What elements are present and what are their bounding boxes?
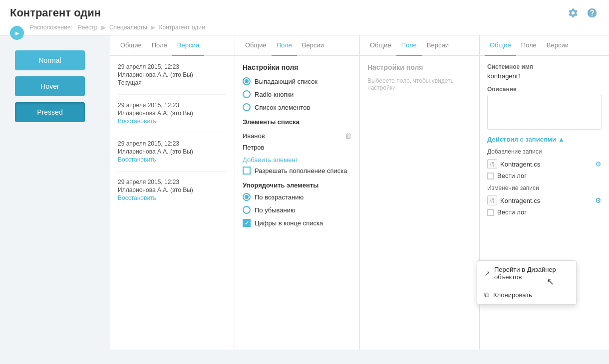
add-record-log-label: Вести лог — [497, 172, 527, 180]
panel-versions: Общие Поле Версии 29 апреля 2015, 12:23 … — [110, 35, 235, 350]
radio-radio-circle — [243, 90, 251, 98]
actions-chevron-icon: ▲ — [558, 136, 565, 143]
actions-title[interactable]: Действия с записями ▲ — [487, 136, 602, 143]
radio-dropdown[interactable]: Выпадающий список — [243, 77, 352, 85]
change-record-row: {/} Kontragent.cs ⚙ — [487, 195, 602, 205]
version-restore-3[interactable]: Восстановить — [118, 156, 227, 163]
change-record-code-icon: {/} — [487, 195, 497, 205]
add-record-gear-icon[interactable]: ⚙ — [595, 160, 602, 168]
tab-2-field[interactable]: Поле — [272, 35, 297, 56]
panel-4-content: Системное имя kontragent1 Описание Дейст… — [480, 56, 609, 350]
panel-2-content: Настройки поля Выпадающий список Radio-к… — [235, 56, 359, 350]
version-item-3: 29 апреля 2015, 12:23 Илларионова А.А. (… — [118, 140, 227, 163]
version-date-1: 29 апреля 2015, 12:23 — [118, 63, 227, 70]
checkbox-numbers-label: Цифры в конце списка — [255, 219, 323, 227]
change-record-log-label: Вести лог — [497, 208, 527, 216]
system-name-value: kontragent1 — [487, 72, 602, 80]
tab-1-versions[interactable]: Версии — [172, 35, 204, 56]
tab-1-field[interactable]: Поле — [147, 35, 172, 56]
radio-radio[interactable]: Radio-кнопки — [243, 90, 352, 98]
help-icon[interactable] — [585, 6, 599, 20]
dropdown-designer-label: Перейти в Дизайнер объектов — [494, 266, 569, 281]
version-divider-1 — [118, 94, 227, 95]
system-name-label: Системное имя — [487, 63, 602, 70]
version-restore-4[interactable]: Восстановить — [118, 194, 227, 201]
add-record-log-row: Вести лог — [487, 172, 602, 180]
panel-field: Общие Поле Версии Настройки поля Выпадаю… — [235, 35, 359, 350]
radio-dropdown-circle — [243, 77, 251, 85]
description-textarea[interactable] — [487, 95, 602, 130]
radio-sort-asc[interactable]: По возрастанию — [243, 193, 352, 201]
tab-bar-4: Общие Поле Версии — [480, 35, 609, 56]
delete-item-1-icon[interactable]: 🗑 — [345, 132, 352, 140]
tab-2-versions[interactable]: Версии — [297, 35, 329, 56]
version-status-1: Текущая — [118, 79, 227, 86]
tab-3-field[interactable]: Поле — [396, 35, 422, 56]
page-title: Контрагент один — [10, 6, 101, 19]
add-record-code-icon: {/} — [487, 159, 497, 169]
header-top: Контрагент один — [10, 6, 599, 24]
hover-button[interactable]: Hover — [15, 76, 85, 96]
add-record-script: Kontragent.cs — [500, 161, 592, 168]
version-item-4: 29 апреля 2015, 12:23 Илларионова А.А. (… — [118, 179, 227, 201]
add-record-log-checkbox[interactable] — [487, 173, 494, 180]
tab-1-general[interactable]: Общие — [115, 35, 147, 56]
radio-list-circle — [243, 103, 251, 111]
checkbox-numbers[interactable]: ✓ Цифры в конце списка — [243, 219, 352, 227]
radio-list[interactable]: Список элементов — [243, 103, 352, 111]
version-item-2: 29 апреля 2015, 12:23 Илларионова А.А. (… — [118, 102, 227, 125]
change-record-gear-icon[interactable]: ⚙ — [595, 196, 602, 204]
dropdown-arrow-icon: ↗ — [484, 269, 490, 277]
version-restore-2[interactable]: Восстановить — [118, 118, 227, 125]
normal-button[interactable]: Normal — [15, 50, 85, 70]
add-record-label: Добавление записи — [487, 148, 602, 155]
field-settings-title: Настройки поля — [243, 63, 352, 71]
app-container: Контрагент один Расположение: Реестр — [0, 0, 609, 364]
version-user-2: Илларионова А.А. (это Вы) — [118, 110, 227, 117]
main-content: Normal Hover Pressed Общие Поле Версии 2… — [0, 35, 609, 350]
checkbox-numbers-box: ✓ — [243, 219, 251, 227]
change-record-log-checkbox[interactable] — [487, 209, 494, 216]
description-label: Описание — [487, 86, 602, 93]
tab-bar-1: Общие Поле Версии — [110, 35, 235, 56]
version-user-3: Илларионова А.А. (это Вы) — [118, 148, 227, 155]
header-icons — [566, 6, 599, 20]
change-record-label: Изменение записи — [487, 184, 602, 191]
panel-3-content: Настройки поля Выберете поле, чтобы увид… — [360, 56, 479, 350]
dropdown-item-designer[interactable]: ↗ Перейти в Дизайнер объектов — [477, 261, 576, 286]
tab-3-versions[interactable]: Версии — [422, 35, 454, 56]
tab-3-general[interactable]: Общие — [365, 35, 396, 56]
version-divider-2 — [118, 133, 227, 133]
tab-bar-3: Общие Поле Версии — [360, 35, 479, 56]
version-user-1: Илларионова А.А. (это Вы) — [118, 71, 227, 78]
tab-4-general[interactable]: Общие — [485, 35, 516, 56]
radio-sort-desc[interactable]: По убыванию — [243, 206, 352, 214]
play-button[interactable] — [10, 26, 24, 40]
settings-icon[interactable] — [566, 6, 580, 20]
add-element-link[interactable]: Добавить элемент — [243, 156, 352, 164]
version-divider-3 — [118, 171, 227, 172]
version-date-4: 29 апреля 2015, 12:23 — [118, 179, 227, 185]
version-date-2: 29 апреля 2015, 12:23 — [118, 102, 227, 109]
breadcrumb: Расположение: Реестр ▶ Специалисты ▶ Кон… — [10, 24, 599, 35]
checkbox-allow-replenish[interactable]: Разрешать пополнение списка — [243, 167, 352, 175]
tab-4-field[interactable]: Поле — [516, 35, 542, 56]
tab-4-versions[interactable]: Версии — [542, 35, 574, 56]
radio-sort-desc-circle — [243, 206, 251, 214]
list-item-1: Иванов 🗑 — [243, 130, 352, 142]
tab-2-general[interactable]: Общие — [240, 35, 272, 56]
header: Контрагент один Расположение: Реестр — [0, 0, 609, 35]
panel-field-gray: Общие Поле Версии Настройки поля Выберет… — [359, 35, 479, 350]
panel-1-content: 29 апреля 2015, 12:23 Илларионова А.А. (… — [110, 56, 235, 350]
pressed-button[interactable]: Pressed — [15, 102, 85, 122]
list-item-2-label: Петров — [243, 144, 264, 151]
radio-sort-asc-label: По возрастанию — [255, 193, 304, 201]
version-date-3: 29 апреля 2015, 12:23 — [118, 140, 227, 147]
radio-sort-desc-label: По убыванию — [255, 206, 296, 214]
sort-title: Упорядочить элементы — [243, 182, 352, 189]
dropdown-popup: ↗ Перейти в Дизайнер объектов ⧉ Клониров… — [477, 260, 577, 305]
panel-general: Общие Поле Версии Системное имя kontrage… — [479, 35, 609, 350]
radio-radio-label: Radio-кнопки — [255, 91, 294, 98]
change-record-log-row: Вести лог — [487, 208, 602, 216]
dropdown-item-clone[interactable]: ⧉ Клонировать — [477, 286, 576, 304]
